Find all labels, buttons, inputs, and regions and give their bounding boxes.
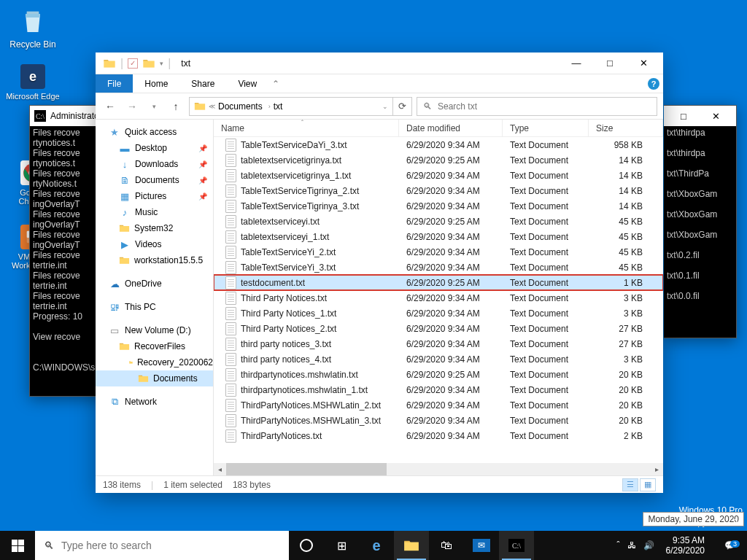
tab-home[interactable]: Home bbox=[133, 74, 179, 93]
file-row[interactable]: testdocument.txt6/29/2020 9:25 AMText Do… bbox=[214, 275, 663, 290]
nav-this-pc[interactable]: 🖳This PC bbox=[96, 299, 213, 315]
folder-icon bbox=[119, 256, 130, 265]
file-row[interactable]: ThirdPartyNotices.txt6/29/2020 9:34 AMTe… bbox=[214, 428, 663, 443]
file-row[interactable]: TableTextServiceTigrinya_2.txt6/29/2020 … bbox=[214, 183, 663, 198]
nav-item-system32[interactable]: System32 bbox=[96, 220, 213, 236]
file-row[interactable]: third party notices_3.txt6/29/2020 9:34 … bbox=[214, 336, 663, 351]
search-input[interactable] bbox=[438, 101, 651, 112]
column-header-date[interactable]: Date modified bbox=[399, 120, 503, 136]
nav-quick-access[interactable]: ★Quick access bbox=[96, 124, 213, 140]
tab-file[interactable]: File bbox=[96, 74, 133, 93]
scroll-track[interactable] bbox=[226, 463, 651, 475]
cmd-close-button[interactable]: ✕ bbox=[700, 106, 732, 126]
desktop-icon-recycle-bin[interactable]: Recycle Bin bbox=[6, 6, 60, 50]
scroll-thumb[interactable] bbox=[226, 463, 387, 475]
cmd-maximize-button[interactable]: □ bbox=[667, 106, 700, 126]
file-row[interactable]: thirdpartynotices.mshwlatin.txt6/29/2020… bbox=[214, 367, 663, 382]
taskbar-app-cmd[interactable]: C:\ bbox=[499, 531, 534, 560]
file-row[interactable]: tabletextservicetigrinya.txt6/29/2020 9:… bbox=[214, 152, 663, 168]
file-row[interactable]: tabletextservicetigrinya_1.txt6/29/2020 … bbox=[214, 168, 663, 183]
text-file-icon bbox=[225, 338, 236, 351]
help-button[interactable]: ? bbox=[644, 74, 663, 93]
close-button[interactable]: ✕ bbox=[627, 52, 660, 74]
tray-chevron-up-icon[interactable]: ˆ bbox=[617, 540, 620, 551]
horizontal-scrollbar[interactable]: ◂ ▸ bbox=[214, 463, 663, 475]
fe-titlebar[interactable]: | ✓ ▾ | txt — □ ✕ bbox=[96, 52, 663, 74]
nav-item-desktop[interactable]: ▬Desktop📌 bbox=[96, 140, 213, 156]
task-view-button[interactable]: ⊞ bbox=[324, 531, 359, 560]
file-row[interactable]: thirdpartynotices.mshwlatin_1.txt6/29/20… bbox=[214, 382, 663, 397]
nav-network[interactable]: ⧉Network bbox=[96, 394, 213, 410]
nav-item-downloads[interactable]: ↓Downloads📌 bbox=[96, 156, 213, 172]
file-row[interactable]: Third Party Notices_1.txt6/29/2020 9:34 … bbox=[214, 306, 663, 321]
nav-item-music[interactable]: ♪Music bbox=[96, 204, 213, 220]
cmd-window-right[interactable]: — □ ✕ txt\thirdpa txt\thirdpa txt\ThirdP… bbox=[664, 105, 737, 338]
nav-onedrive[interactable]: ☁OneDrive bbox=[96, 276, 213, 292]
tab-share[interactable]: Share bbox=[179, 74, 226, 93]
address-dropdown-icon[interactable]: ⌄ bbox=[382, 103, 388, 110]
nav-item-pictures[interactable]: ▦Pictures📌 bbox=[96, 188, 213, 204]
nav-new-volume[interactable]: ▭New Volume (D:) bbox=[96, 322, 213, 338]
taskbar-app-store[interactable]: 🛍 bbox=[429, 531, 464, 560]
cmd-titlebar-right[interactable]: — □ ✕ bbox=[664, 106, 736, 126]
file-row[interactable]: TableTextServiceTigrinya_3.txt6/29/2020 … bbox=[214, 198, 663, 214]
nav-item-documents-current[interactable]: Documents bbox=[96, 370, 213, 386]
scroll-right-button[interactable]: ▸ bbox=[651, 463, 663, 475]
nav-item-workstation[interactable]: workstation15.5.5 bbox=[96, 252, 213, 268]
ribbon-collapse-button[interactable]: ⌃ bbox=[268, 74, 283, 93]
maximize-button[interactable]: □ bbox=[593, 52, 627, 74]
recycle-bin-icon bbox=[18, 6, 48, 36]
nav-item-videos[interactable]: ▶Videos bbox=[96, 236, 213, 252]
tray-volume-icon[interactable]: 🔊 bbox=[643, 540, 654, 551]
file-row[interactable]: TableTextServiceYi_3.txt6/29/2020 9:34 A… bbox=[214, 260, 663, 275]
file-row[interactable]: tabletextserviceyi.txt6/29/2020 9:25 AMT… bbox=[214, 214, 663, 229]
action-center-button[interactable]: 💬 3 bbox=[716, 540, 743, 551]
view-details-button[interactable]: ☰ bbox=[622, 478, 638, 491]
nav-up-button[interactable]: ↑ bbox=[167, 98, 185, 115]
qa-check-icon[interactable]: ✓ bbox=[128, 58, 138, 69]
refresh-button[interactable]: ⟳ bbox=[393, 97, 412, 116]
view-icons-button[interactable]: ▦ bbox=[640, 478, 656, 491]
cortana-button[interactable] bbox=[289, 531, 324, 560]
file-row[interactable]: Third Party Notices_2.txt6/29/2020 9:34 … bbox=[214, 321, 663, 336]
column-header-size[interactable]: Size bbox=[589, 120, 663, 136]
file-row[interactable]: Third Party Notices.txt6/29/2020 9:34 AM… bbox=[214, 290, 663, 306]
folder-icon bbox=[103, 58, 116, 69]
breadcrumb-item[interactable]: txt bbox=[274, 101, 283, 112]
tab-view[interactable]: View bbox=[226, 74, 268, 93]
tray-clock[interactable]: 9:35 AM 6/29/2020 bbox=[662, 535, 709, 556]
taskbar-search-input[interactable] bbox=[61, 540, 280, 551]
file-row[interactable]: TableTextServiceYi_2.txt6/29/2020 9:34 A… bbox=[214, 244, 663, 260]
minimize-button[interactable]: — bbox=[560, 52, 593, 74]
desktop-icon-edge[interactable]: e Microsoft Edge bbox=[6, 64, 60, 101]
taskbar-app-mail[interactable]: ✉ bbox=[464, 531, 499, 560]
tray-network-icon[interactable]: 🖧 bbox=[627, 540, 636, 551]
nav-item-recovery[interactable]: Recovery_2020062 bbox=[96, 354, 213, 370]
column-header-name[interactable]: Name bbox=[214, 120, 399, 136]
folder-icon[interactable] bbox=[142, 58, 155, 69]
nav-history-dropdown[interactable]: ▾ bbox=[145, 98, 163, 115]
file-row[interactable]: TableTextServiceDaYi_3.txt6/29/2020 9:34… bbox=[214, 137, 663, 152]
file-name: thirdpartynotices.mshwlatin_1.txt bbox=[241, 385, 368, 395]
file-row[interactable]: ThirdPartyNotices.MSHWLatin_2.txt6/29/20… bbox=[214, 397, 663, 413]
text-file-icon bbox=[225, 429, 236, 443]
column-header-type[interactable]: Type bbox=[503, 120, 589, 136]
chevron-right-icon[interactable]: ≪ bbox=[209, 103, 215, 110]
nav-item-recoverfiles[interactable]: RecoverFiles bbox=[96, 338, 213, 354]
file-row[interactable]: ThirdPartyNotices.MSHWLatin_3.txt6/29/20… bbox=[214, 413, 663, 428]
nav-item-documents[interactable]: 🗎Documents📌 bbox=[96, 172, 213, 188]
taskbar-app-explorer[interactable] bbox=[394, 531, 429, 560]
qa-dropdown-icon[interactable]: ▾ bbox=[160, 60, 163, 67]
taskbar-search[interactable]: 🔍︎ bbox=[35, 531, 289, 560]
scroll-left-button[interactable]: ◂ bbox=[214, 463, 226, 475]
breadcrumb-item[interactable]: Documents› bbox=[218, 101, 271, 112]
start-button[interactable] bbox=[0, 531, 35, 560]
search-box[interactable]: 🔍︎ bbox=[417, 97, 657, 116]
taskbar-app-edge[interactable]: e bbox=[359, 531, 394, 560]
nav-forward-button[interactable]: → bbox=[123, 98, 141, 115]
file-row[interactable]: tabletextserviceyi_1.txt6/29/2020 9:34 A… bbox=[214, 229, 663, 244]
chevron-right-icon[interactable]: › bbox=[268, 103, 271, 110]
nav-back-button[interactable]: ← bbox=[101, 98, 119, 115]
file-row[interactable]: third party notices_4.txt6/29/2020 9:34 … bbox=[214, 351, 663, 367]
address-bar[interactable]: ≪ Documents› txt ⌄ bbox=[189, 97, 393, 116]
